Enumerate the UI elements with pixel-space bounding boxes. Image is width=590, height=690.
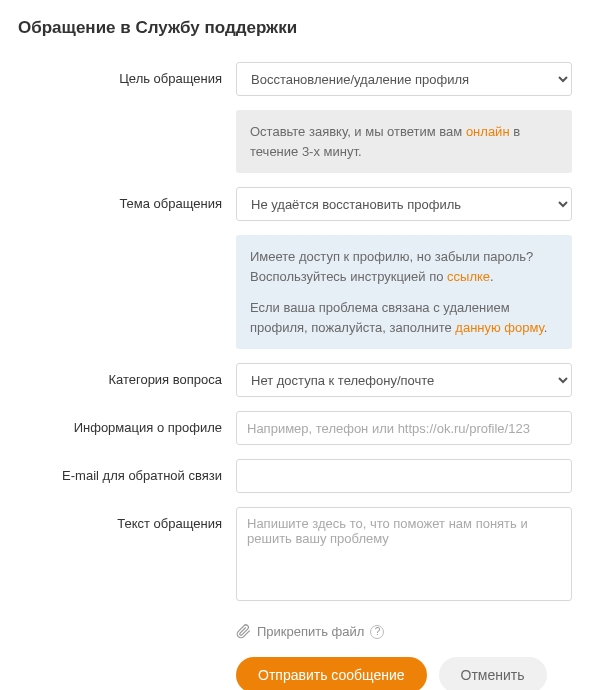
profile-info-input[interactable] xyxy=(236,411,572,445)
attach-file-label: Прикрепить файл xyxy=(257,624,364,639)
purpose-select[interactable]: Восстановление/удаление профиля xyxy=(236,62,572,96)
email-input[interactable] xyxy=(236,459,572,493)
online-link[interactable]: онлайн xyxy=(466,124,510,139)
submit-button[interactable]: Отправить сообщение xyxy=(236,657,427,690)
purpose-info-box: Оставьте заявку, и мы ответим вам онлайн… xyxy=(236,110,572,173)
paperclip-icon xyxy=(236,624,251,639)
purpose-label: Цель обращения xyxy=(18,62,236,86)
category-label: Категория вопроса xyxy=(18,363,236,387)
subject-label: Тема обращения xyxy=(18,187,236,211)
message-label: Текст обращения xyxy=(18,507,236,531)
category-select[interactable]: Нет доступа к телефону/почте xyxy=(236,363,572,397)
subject-info-box: Имеете доступ к профилю, но забыли парол… xyxy=(236,235,572,349)
attach-file-button[interactable]: Прикрепить файл ? xyxy=(236,624,572,639)
profile-info-label: Информация о профиле xyxy=(18,411,236,435)
help-icon[interactable]: ? xyxy=(370,625,384,639)
deletion-form-link[interactable]: данную форму xyxy=(455,320,543,335)
instruction-link[interactable]: ссылке xyxy=(447,269,490,284)
cancel-button[interactable]: Отменить xyxy=(439,657,547,690)
subject-select[interactable]: Не удаётся восстановить профиль xyxy=(236,187,572,221)
page-title: Обращение в Службу поддержки xyxy=(18,18,572,38)
email-label: E-mail для обратной связи xyxy=(18,459,236,483)
message-textarea[interactable] xyxy=(236,507,572,601)
